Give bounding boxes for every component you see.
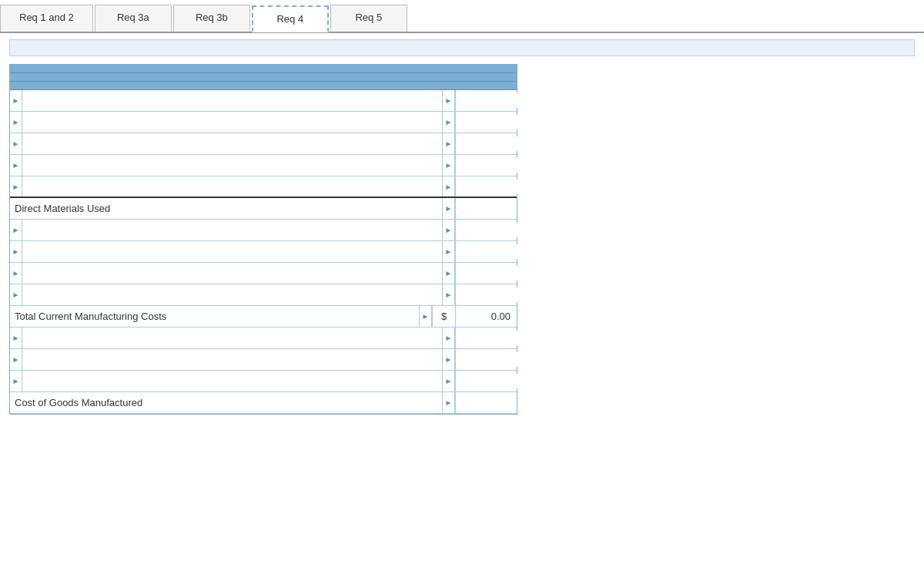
- amount-input-row12[interactable]: [456, 374, 517, 388]
- report-row-row11: ►►: [10, 349, 517, 371]
- label-wrap-row6: [22, 220, 443, 240]
- tab-req-5[interactable]: Req 5: [330, 5, 407, 32]
- report-header-period: [10, 82, 517, 90]
- report-row-row3: ►►: [10, 133, 517, 155]
- row-arrow-right-row4: ►: [443, 155, 455, 176]
- row-input-row-cogm[interactable]: [455, 392, 517, 413]
- label-wrap-row5: [22, 176, 443, 197]
- amount-input-row2[interactable]: [456, 115, 517, 129]
- label-input-row7[interactable]: [22, 244, 442, 259]
- row-arrow-row-direct-materials: ►: [443, 198, 455, 219]
- input-row-cogm[interactable]: [456, 395, 511, 410]
- label-input-row6[interactable]: [22, 223, 442, 237]
- report-row-row1: ►►: [10, 90, 517, 112]
- amount-wrap-row11: [455, 349, 517, 370]
- report-body: ►►►►►►►►►►Direct Materials Used►►►►►►►►►…: [10, 90, 517, 414]
- row-arrow-left-row5: ►: [10, 176, 22, 197]
- row-arrow-right-row3: ►: [443, 133, 455, 154]
- tab-req-3a[interactable]: Req 3a: [95, 5, 172, 32]
- label-wrap-row12: [22, 371, 443, 391]
- label-wrap-row4: [22, 155, 443, 176]
- tab-req-3b[interactable]: Req 3b: [173, 5, 250, 32]
- label-input-row8[interactable]: [22, 266, 442, 280]
- report-row-row10: ►►: [10, 328, 517, 349]
- label-wrap-row11: [22, 349, 443, 370]
- row-arrow-left-row11: ►: [10, 349, 22, 370]
- label-wrap-row2: [22, 112, 443, 133]
- row-label-row-total: Total Current Manufacturing Costs: [10, 306, 420, 327]
- amount-wrap-row1: [455, 90, 517, 111]
- label-input-row11[interactable]: [22, 352, 442, 367]
- row-label-row-cogm: Cost of Goods Manufactured: [10, 392, 443, 413]
- row-arrow-left-row12: ►: [10, 371, 22, 391]
- amount-input-row5[interactable]: [456, 180, 517, 194]
- amount-wrap-row4: [455, 155, 517, 176]
- label-wrap-row8: [22, 263, 443, 284]
- report-row-row9: ►►: [10, 284, 517, 306]
- report-row-row7: ►►: [10, 241, 517, 263]
- row-input-row-direct-materials[interactable]: [455, 198, 517, 219]
- amount-wrap-row10: [455, 328, 517, 348]
- report-row-row12: ►►: [10, 371, 517, 392]
- instruction-area: [9, 39, 915, 56]
- row-arrow-right-row7: ►: [443, 241, 455, 262]
- row-arrow-left-row6: ►: [10, 220, 22, 240]
- row-arrow-right-row10: ►: [443, 328, 455, 348]
- amount-wrap-row5: [455, 176, 517, 197]
- tab-req-4[interactable]: Req 4: [252, 5, 329, 32]
- row-arrow-right-row2: ►: [443, 112, 455, 133]
- amount-wrap-row9: [455, 284, 517, 305]
- row-arrow-right-row11: ►: [443, 349, 455, 370]
- amount-input-row10[interactable]: [456, 331, 517, 345]
- amount-input-row3[interactable]: [456, 136, 517, 151]
- label-input-row1[interactable]: [22, 93, 442, 108]
- label-input-row4[interactable]: [22, 158, 442, 173]
- report-row-row8: ►►: [10, 263, 517, 284]
- report-row-row2: ►►: [10, 112, 517, 133]
- amount-input-row11[interactable]: [456, 352, 517, 367]
- row-arrow-right-row8: ►: [443, 263, 455, 284]
- row-arrow-left-row2: ►: [10, 112, 22, 133]
- amount-input-row6[interactable]: [456, 223, 517, 237]
- row-arrow-right-row9: ►: [443, 284, 455, 305]
- report-row-row6: ►►: [10, 220, 517, 241]
- report-row-row-cogm: Cost of Goods Manufactured►: [10, 392, 517, 414]
- row-arrow-left-row1: ►: [10, 90, 22, 111]
- report-header-company: [10, 65, 517, 73]
- label-wrap-row7: [22, 241, 443, 262]
- report-row-row5: ►►: [10, 176, 517, 198]
- row-arrow-left-row7: ►: [10, 241, 22, 262]
- label-input-row3[interactable]: [22, 136, 442, 151]
- label-input-row12[interactable]: [22, 374, 442, 388]
- row-arrow-left-row9: ►: [10, 284, 22, 305]
- amount-wrap-row2: [455, 112, 517, 133]
- amount-input-row8[interactable]: [456, 266, 517, 280]
- amount-input-row7[interactable]: [456, 244, 517, 259]
- input-row-direct-materials[interactable]: [456, 201, 511, 216]
- row-arrow-right-row6: ►: [443, 220, 455, 240]
- row-arrow-right-row1: ►: [443, 90, 455, 111]
- row-arrow-right-row5: ►: [443, 176, 455, 197]
- row-label-row-direct-materials: Direct Materials Used: [10, 198, 443, 219]
- row-arrow-right-row12: ►: [443, 371, 455, 391]
- amount-input-row9[interactable]: [456, 287, 517, 302]
- report-container: ►►►►►►►►►►Direct Materials Used►►►►►►►►►…: [9, 64, 517, 415]
- label-wrap-row1: [22, 90, 443, 111]
- amount-wrap-row3: [455, 133, 517, 154]
- amount-input-row1[interactable]: [456, 93, 517, 108]
- row-arrow-left-row3: ►: [10, 133, 22, 154]
- report-row-row-direct-materials: Direct Materials Used►: [10, 198, 517, 220]
- label-input-row2[interactable]: [22, 115, 442, 129]
- label-input-row9[interactable]: [22, 287, 442, 302]
- report-header-title: [10, 73, 517, 82]
- report-row-row4: ►►: [10, 155, 517, 176]
- row-amount-row-total: 0.00: [455, 306, 517, 327]
- label-input-row10[interactable]: [22, 331, 442, 345]
- amount-wrap-row8: [455, 263, 517, 284]
- label-input-row5[interactable]: [22, 180, 442, 194]
- row-arrow-row-cogm: ►: [443, 392, 455, 413]
- row-arrow-left-row8: ►: [10, 263, 22, 284]
- amount-wrap-row6: [455, 220, 517, 240]
- tab-req-1-2[interactable]: Req 1 and 2: [0, 5, 93, 32]
- amount-input-row4[interactable]: [456, 158, 517, 173]
